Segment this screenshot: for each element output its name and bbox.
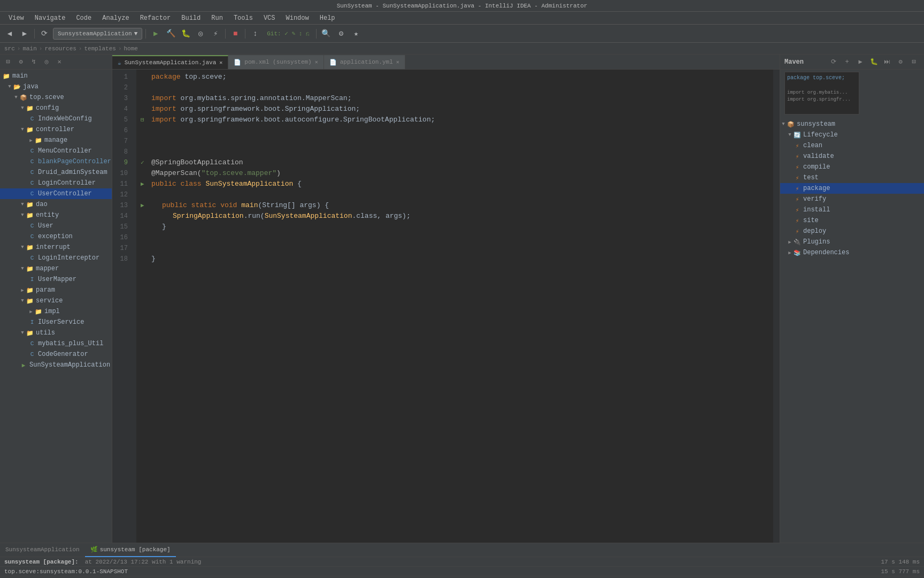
maven-plugins[interactable]: ▶ 🔌 Plugins <box>780 237 924 247</box>
maven-deploy[interactable]: ⚡ deploy <box>780 226 924 237</box>
menu-help[interactable]: Help <box>315 13 340 23</box>
coverage-btn[interactable]: ◎ <box>194 27 207 40</box>
tab-bar: ☕ SunSysteamApplication.java ✕ 📄 pom.xml… <box>112 55 780 70</box>
maven-lifecycle[interactable]: ▼ 🔄 Lifecycle <box>780 130 924 140</box>
menu-view[interactable]: View <box>4 13 28 23</box>
maven-add-btn[interactable]: + <box>841 56 853 68</box>
tree-item-java[interactable]: ▼ 📂 java <box>0 81 112 92</box>
tree-item-main[interactable]: 📁 main <box>0 71 112 81</box>
tab-sunsysteamapplication[interactable]: ☕ SunSysteamApplication.java ✕ <box>112 55 228 69</box>
tree-item-mybatisplusutil[interactable]: C mybatis_plus_Util <box>0 338 112 349</box>
tab-pomxml[interactable]: 📄 pom.xml (sunsystem) ✕ <box>228 55 324 69</box>
tree-item-config[interactable]: ▼ 📁 config <box>0 103 112 113</box>
project-selector[interactable]: SunsysteamApplication ▼ <box>53 28 142 40</box>
maven-run-debug-btn[interactable]: 🐛 <box>868 56 880 68</box>
tree-item-menucontroller[interactable]: C MenuController <box>0 146 112 156</box>
locate-btn[interactable]: ◎ <box>41 56 52 68</box>
refresh-btn[interactable]: ⟳ <box>38 27 51 40</box>
menu-run[interactable]: Run <box>207 13 227 23</box>
line-num-4: 4 <box>112 104 132 115</box>
maven-dependencies[interactable]: ▶ 📚 Dependencies <box>780 247 924 258</box>
tab-close-pom[interactable]: ✕ <box>315 59 318 65</box>
stop-btn[interactable]: ■ <box>229 27 242 40</box>
tree-item-manage[interactable]: ▶ 📁 manage <box>0 135 112 146</box>
tab-applicationyml[interactable]: 📄 application.yml ✕ <box>324 55 405 69</box>
arrow-topsceve: ▼ <box>13 95 19 100</box>
back-btn[interactable]: ◀ <box>3 27 16 40</box>
tree-item-iuserservice[interactable]: I IUserService <box>0 317 112 328</box>
tree-item-mapper[interactable]: ▼ 📁 mapper <box>0 263 112 274</box>
breadcrumb-home[interactable]: home <box>124 45 138 52</box>
maven-validate[interactable]: ⚡ validate <box>780 151 924 162</box>
tree-item-entity[interactable]: ▼ 📁 entity <box>0 210 112 220</box>
maven-package[interactable]: ⚡ package <box>780 183 924 194</box>
collapse-all-btn[interactable]: ⊟ <box>2 56 14 68</box>
scroll-to-source-btn[interactable]: ↯ <box>28 56 40 68</box>
tree-item-exception[interactable]: C exception <box>0 231 112 242</box>
tree-item-logininterceptor[interactable]: C LoginInterceptor <box>0 253 112 263</box>
search-everywhere-btn[interactable]: 🔍 <box>320 27 333 40</box>
run-btn[interactable]: ▶ <box>149 27 162 40</box>
tree-item-logincontroller[interactable]: C LoginController <box>0 178 112 188</box>
maven-collapse-btn[interactable]: ⊟ <box>908 56 920 68</box>
forward-btn[interactable]: ▶ <box>18 27 31 40</box>
maven-skip-btn[interactable]: ⏭ <box>881 56 893 68</box>
maven-run-btn[interactable]: ▶ <box>854 56 866 68</box>
profile-btn[interactable]: ⚡ <box>209 27 222 40</box>
tab-close-sunsysteam[interactable]: ✕ <box>219 59 222 66</box>
vcs-btn[interactable]: ★ <box>350 27 363 40</box>
bottom-tab-package[interactable]: 🌿 sunsysteam [package] <box>85 543 176 557</box>
debug-btn[interactable]: 🐛 <box>179 27 192 40</box>
tree-item-impl[interactable]: ▶ 📁 impl <box>0 306 112 317</box>
tree-item-user[interactable]: C User <box>0 220 112 231</box>
menu-code[interactable]: Code <box>72 13 96 23</box>
tree-item-controller[interactable]: ▼ 📁 controller <box>0 124 112 135</box>
tree-item-druid[interactable]: C Druid_adminSysteam <box>0 167 112 178</box>
tree-item-dao[interactable]: ▼ 📁 dao <box>0 199 112 210</box>
toolbar: ◀ ▶ ⟳ SunsysteamApplication ▼ ▶ 🔨 🐛 ◎ ⚡ … <box>0 25 924 43</box>
maven-compile[interactable]: ⚡ compile <box>780 162 924 172</box>
line-num-10: 10 <box>112 168 132 179</box>
git-btn[interactable]: ↕ <box>249 27 261 40</box>
tree-item-interrupt[interactable]: ▼ 📁 interrupt <box>0 242 112 253</box>
menu-vcs[interactable]: VCS <box>259 13 280 23</box>
code-content[interactable]: package top.sceve; import org.mybatis.sp… <box>136 70 773 543</box>
tree-item-topsceve[interactable]: ▼ 📦 top.sceve <box>0 92 112 103</box>
maven-project-root[interactable]: ▼ 📦 sunsysteam <box>780 119 924 130</box>
maven-site[interactable]: ⚡ site <box>780 215 924 226</box>
menu-build[interactable]: Build <box>177 13 205 23</box>
maven-test[interactable]: ⚡ test <box>780 172 924 183</box>
breadcrumb-src[interactable]: src <box>4 45 15 52</box>
menu-analyze[interactable]: Analyze <box>98 13 133 23</box>
tree-item-indexwebconfig[interactable]: C IndexWebConfig <box>0 113 112 124</box>
close-panel-btn[interactable]: ✕ <box>53 56 65 68</box>
tab-close-yml[interactable]: ✕ <box>396 59 399 65</box>
tree-item-sunsysteamapp[interactable]: ▶ SunSysteamApplication <box>0 360 112 370</box>
tree-item-usercontroller[interactable]: C UserController <box>0 188 112 199</box>
tree-item-utils[interactable]: ▼ 📁 utils <box>0 328 112 338</box>
java-icon-druid: C <box>28 168 36 177</box>
tree-item-codegenerator[interactable]: C CodeGenerator <box>0 349 112 360</box>
maven-header: Maven ⟳ + ▶ 🐛 ⏭ ⚙ ⊟ <box>780 55 924 70</box>
build-btn[interactable]: 🔨 <box>164 27 177 40</box>
maven-install[interactable]: ⚡ install <box>780 204 924 215</box>
maven-clean[interactable]: ⚡ clean <box>780 140 924 151</box>
menu-tools[interactable]: Tools <box>229 13 257 23</box>
bottom-tab-sunsysteam[interactable]: SunsysteamApplication <box>0 543 85 557</box>
breadcrumb-templates[interactable]: templates <box>84 45 116 52</box>
breadcrumb-main[interactable]: main <box>22 45 36 52</box>
settings-panel-btn[interactable]: ⚙ <box>15 56 27 68</box>
tree-item-usermapper[interactable]: I UserMapper <box>0 274 112 285</box>
menu-refactor[interactable]: Refactor <box>136 13 175 23</box>
tree-item-service[interactable]: ▼ 📁 service <box>0 295 112 306</box>
maven-refresh-btn[interactable]: ⟳ <box>828 56 840 68</box>
menu-navigate[interactable]: Navigate <box>30 13 70 23</box>
tree-item-blankpagecontroller[interactable]: C blankPageController <box>0 156 112 167</box>
maven-panel: Maven ⟳ + ▶ 🐛 ⏭ ⚙ ⊟ package top.sceve; i… <box>780 55 924 543</box>
breadcrumb-resources[interactable]: resources <box>44 45 76 52</box>
maven-settings-btn[interactable]: ⚙ <box>895 56 906 68</box>
tree-item-param[interactable]: ▶ 📁 param <box>0 285 112 295</box>
menu-window[interactable]: Window <box>282 13 313 23</box>
maven-verify[interactable]: ⚡ verify <box>780 194 924 204</box>
settings-btn[interactable]: ⚙ <box>335 27 348 40</box>
